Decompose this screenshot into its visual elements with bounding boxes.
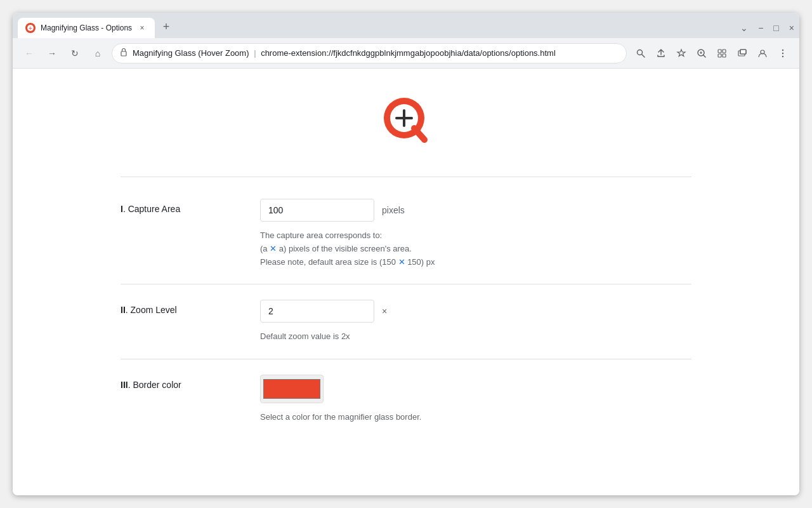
top-divider <box>121 177 691 177</box>
back-button[interactable]: ← <box>20 44 38 62</box>
puzzle-icon[interactable] <box>713 44 731 62</box>
border-color-picker[interactable] <box>260 375 324 403</box>
zoom-level-unit: × <box>382 306 387 316</box>
address-bar[interactable]: Magnifying Glass (Hover Zoom) | chrome-e… <box>112 43 627 64</box>
capture-area-desc-line1: The capture area corresponds to: <box>260 229 691 243</box>
svg-line-5 <box>642 54 645 57</box>
svg-point-20 <box>782 55 783 57</box>
settings-container: I. Capture Area pixels The capture area … <box>121 184 691 439</box>
forward-button[interactable]: → <box>43 44 61 62</box>
minimize-button[interactable]: − <box>758 23 763 33</box>
svg-line-25 <box>414 128 424 140</box>
capture-area-desc-pre: (a <box>260 244 270 253</box>
window-icon[interactable] <box>733 44 751 62</box>
capture-area-desc3-post: 150) px <box>405 257 435 267</box>
zoom-level-description: Default zoom value is 2x <box>260 330 691 344</box>
capture-area-input[interactable] <box>260 199 374 222</box>
zoom-icon[interactable] <box>693 44 710 62</box>
zoom-level-title: . Zoom Level <box>126 305 177 315</box>
share-icon[interactable] <box>652 44 670 62</box>
app-logo <box>377 94 435 151</box>
chevron-down-icon[interactable]: ⌄ <box>740 23 748 33</box>
address-text: Magnifying Glass (Hover Zoom) | chrome-e… <box>133 48 619 58</box>
svg-rect-13 <box>723 54 726 57</box>
nav-actions <box>632 44 792 62</box>
svg-rect-3 <box>121 51 126 56</box>
zoom-level-section: II. Zoom Level × Default zoom value is 2… <box>121 284 691 359</box>
border-color-section: III. Border color Select a color for the… <box>121 359 691 439</box>
magnifier-logo-svg <box>377 94 435 151</box>
svg-text:+: + <box>29 25 32 32</box>
capture-area-desc3-pre: Please note, default area size is (150 <box>260 257 398 267</box>
tab-title: Magnifying Glass - Options <box>41 23 132 32</box>
browser-window: + Magnifying Glass - Options × + ⌄ − □ ×… <box>13 13 799 495</box>
window-controls: ⌄ − □ × <box>740 23 794 38</box>
svg-rect-10 <box>718 50 721 53</box>
svg-rect-12 <box>718 54 721 57</box>
title-bar: + Magnifying Glass - Options × + ⌄ − □ × <box>13 13 799 38</box>
nav-bar: ← → ↻ ⌂ Magnifying Glass (Hover Zoom) | … <box>13 38 799 69</box>
zoom-level-label: II. Zoom Level <box>121 300 235 315</box>
address-part2: chrome-extension://fjkdcfnkdggpblnkjmmga… <box>261 48 556 58</box>
star-icon[interactable] <box>672 44 690 62</box>
capture-area-desc3-x: ✕ <box>398 257 405 267</box>
new-tab-button[interactable]: + <box>157 18 175 36</box>
svg-line-7 <box>704 55 706 57</box>
svg-rect-11 <box>723 50 726 53</box>
capture-area-description: The capture area corresponds to: (a ✕ a)… <box>260 229 691 269</box>
tab-close-button[interactable]: × <box>137 23 147 33</box>
home-button[interactable]: ⌂ <box>89 44 107 62</box>
browser-tab[interactable]: + Magnifying Glass - Options × <box>18 18 155 38</box>
close-button[interactable]: × <box>789 23 794 33</box>
reload-button[interactable]: ↻ <box>66 44 84 62</box>
search-icon[interactable] <box>632 44 650 62</box>
capture-area-content: pixels The capture area corresponds to: … <box>260 199 691 269</box>
capture-area-desc-line2: (a ✕ a) pixels of the visible screen's a… <box>260 243 691 256</box>
address-part1: Magnifying Glass (Hover Zoom) <box>133 48 249 58</box>
address-separator: | <box>254 48 258 58</box>
capture-area-desc-post: a) pixels of the visible screen's area. <box>277 244 412 253</box>
tab-favicon: + <box>25 23 36 33</box>
capture-area-input-row: pixels <box>260 199 691 222</box>
capture-area-unit: pixels <box>382 205 405 215</box>
capture-area-label: I. Capture Area <box>121 199 235 214</box>
capture-area-title: . Capture Area <box>123 204 180 214</box>
zoom-level-input[interactable] <box>260 300 374 323</box>
svg-rect-15 <box>740 50 746 54</box>
svg-point-19 <box>782 52 783 53</box>
border-color-description: Select a color for the magnifier glass b… <box>260 411 691 424</box>
page-content: I. Capture Area pixels The capture area … <box>13 69 799 495</box>
capture-area-desc-x: ✕ <box>270 244 277 253</box>
border-color-label: III. Border color <box>121 375 235 390</box>
lock-icon <box>120 48 128 58</box>
svg-point-18 <box>782 49 783 50</box>
maximize-button[interactable]: □ <box>773 23 778 33</box>
border-color-title: . Border color <box>128 380 181 390</box>
zoom-level-number: II <box>121 305 126 315</box>
border-color-content: Select a color for the magnifier glass b… <box>260 375 691 424</box>
capture-area-desc-line3: Please note, default area size is (150 ✕… <box>260 256 691 269</box>
capture-area-section: I. Capture Area pixels The capture area … <box>121 184 691 284</box>
profile-icon[interactable] <box>754 44 771 62</box>
zoom-level-input-row: × <box>260 300 691 323</box>
border-color-number: III <box>121 380 128 390</box>
zoom-level-content: × Default zoom value is 2x <box>260 300 691 344</box>
menu-icon[interactable] <box>774 44 792 62</box>
